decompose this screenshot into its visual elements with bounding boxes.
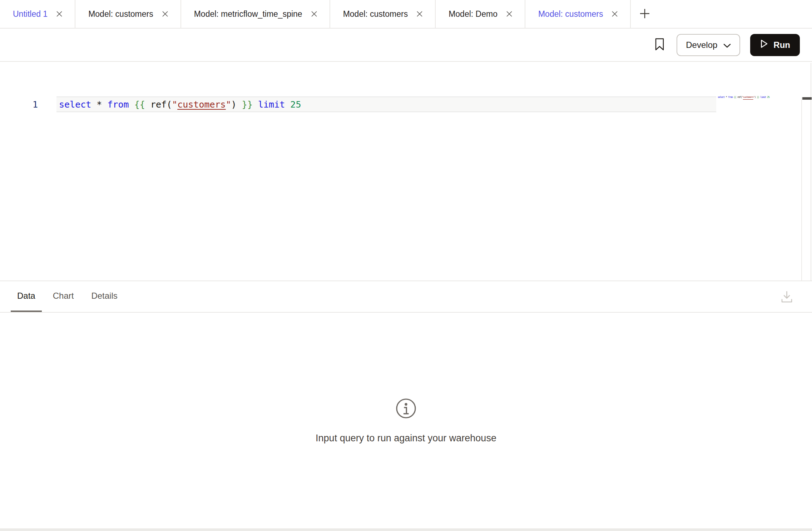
bookmark-button[interactable] bbox=[652, 36, 667, 54]
tab-label: Model: customers bbox=[88, 9, 153, 19]
empty-state: Input query to run against your warehous… bbox=[0, 313, 812, 528]
info-icon bbox=[395, 398, 417, 419]
close-icon[interactable] bbox=[310, 9, 319, 19]
close-icon[interactable] bbox=[160, 9, 170, 19]
new-tab-button[interactable] bbox=[631, 0, 659, 28]
tab-label: Model: customers bbox=[343, 9, 408, 19]
download-button[interactable] bbox=[780, 290, 793, 305]
code-token: select bbox=[59, 99, 91, 110]
results-tab[interactable]: Details bbox=[85, 281, 124, 312]
results-panel: Data Chart Details bbox=[0, 281, 812, 528]
tab-label: Untitled 1 bbox=[13, 9, 48, 19]
empty-state-message: Input query to run against your warehous… bbox=[316, 433, 496, 444]
results-tab[interactable]: Chart bbox=[46, 281, 80, 312]
close-icon[interactable] bbox=[415, 9, 424, 19]
tab-label: Model: Demo bbox=[449, 9, 497, 19]
minimap-token: ref( bbox=[736, 96, 742, 99]
code-token bbox=[129, 99, 134, 110]
code-token bbox=[285, 99, 290, 110]
minimap[interactable]: select * from {{ ref("customers") }} lim… bbox=[718, 95, 769, 99]
code-token: ref( bbox=[145, 99, 172, 110]
editor-tab[interactable]: Model: customers bbox=[525, 0, 631, 28]
pane-edge-divider bbox=[811, 63, 811, 281]
line-number: 1 bbox=[0, 97, 38, 111]
run-button[interactable]: Run bbox=[750, 34, 800, 56]
code-token: ) bbox=[231, 99, 242, 110]
editor-tab[interactable]: Model: Demo bbox=[436, 0, 525, 28]
editor-tab[interactable]: Untitled 1 bbox=[0, 0, 75, 28]
minimap-token: customers bbox=[743, 96, 753, 99]
minimap-token: * bbox=[724, 96, 728, 99]
sql-editor[interactable]: 1 select * from {{ ref("customers") }} l… bbox=[0, 63, 812, 281]
download-icon bbox=[780, 299, 793, 305]
close-icon[interactable] bbox=[505, 9, 514, 19]
code-token: * bbox=[91, 99, 107, 110]
code-token bbox=[253, 99, 258, 110]
editor-scrollbar[interactable] bbox=[801, 97, 811, 281]
editor-tab[interactable]: Model: customers bbox=[75, 0, 181, 28]
editor-tab[interactable]: Model: customers bbox=[330, 0, 436, 28]
toolbar: Develop Run bbox=[0, 29, 812, 62]
code-token: limit bbox=[258, 99, 285, 110]
play-icon bbox=[760, 39, 768, 51]
code-token: }} bbox=[242, 99, 253, 110]
plus-icon bbox=[639, 8, 650, 20]
code-token: {{ bbox=[134, 99, 145, 110]
dbt-ide-app: Untitled 1 Model: customers Model: metri… bbox=[0, 0, 812, 531]
run-button-label: Run bbox=[773, 40, 790, 50]
footer-bar bbox=[0, 528, 812, 531]
scrollbar-thumb[interactable] bbox=[802, 97, 812, 100]
minimap-token: select bbox=[718, 96, 724, 99]
minimap-token: from bbox=[728, 96, 733, 99]
minimap-token: limit bbox=[760, 96, 766, 99]
code-token: " bbox=[172, 99, 177, 110]
results-tab[interactable]: Data bbox=[11, 281, 42, 312]
develop-button-label: Develop bbox=[686, 40, 717, 50]
close-icon[interactable] bbox=[55, 9, 64, 19]
code-line[interactable]: select * from {{ ref("customers") }} lim… bbox=[56, 99, 301, 110]
tab-label: Model: customers bbox=[538, 9, 603, 19]
editor-tab-bar: Untitled 1 Model: customers Model: metri… bbox=[0, 0, 812, 29]
code-token: 25 bbox=[290, 99, 301, 110]
minimap-token: 25 bbox=[767, 96, 769, 99]
active-code-line[interactable]: select * from {{ ref("customers") }} lim… bbox=[56, 96, 716, 112]
close-icon[interactable] bbox=[610, 9, 619, 19]
chevron-down-icon bbox=[723, 40, 731, 50]
develop-button[interactable]: Develop bbox=[677, 34, 740, 56]
tab-label: Model: metricflow_time_spine bbox=[194, 9, 302, 19]
editor-tab[interactable]: Model: metricflow_time_spine bbox=[181, 0, 330, 28]
results-tab-bar: Data Chart Details bbox=[0, 281, 812, 313]
code-token: customers bbox=[177, 99, 226, 110]
bookmark-icon bbox=[655, 38, 664, 52]
code-token: " bbox=[226, 99, 231, 110]
code-token: from bbox=[107, 99, 129, 110]
